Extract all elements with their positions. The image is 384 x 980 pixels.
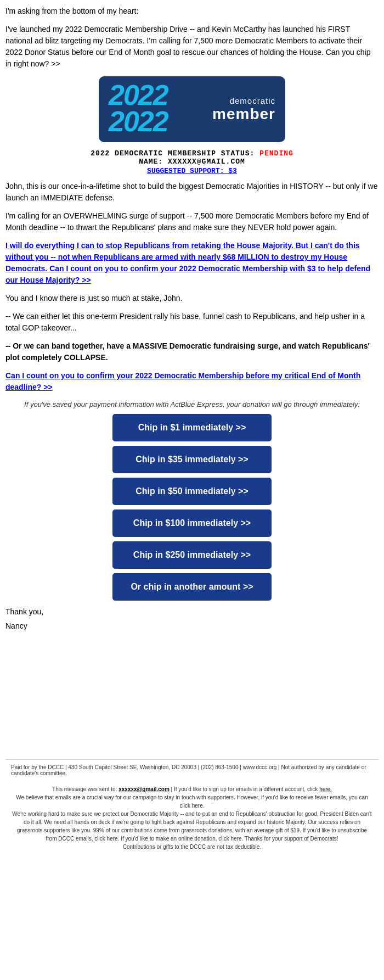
footer-sent-text: This message was sent to:	[52, 786, 117, 792]
footer-paid: Paid for by the DCCC | 430 South Capitol…	[5, 759, 379, 781]
footer-line2: We believe that emails are a crucial way…	[11, 793, 373, 810]
footer-email-link[interactable]: xxxxxx@gmail.com	[118, 786, 170, 792]
donate-btn-1[interactable]: Chip in $1 immediately >>	[112, 414, 272, 441]
main-cta-link1[interactable]: I will do everything I can to stop Repub…	[5, 241, 370, 284]
donate-btn-100[interactable]: Chip in $100 immediately >>	[112, 509, 272, 537]
name-label: NAME:	[139, 158, 163, 166]
donate-btn-other[interactable]: Or chip in another amount >>	[112, 573, 272, 601]
para2-text: John, this is our once-in-a-lifetime sho…	[5, 181, 379, 204]
para6-bold: -- Or we can band together, have a MASSI…	[5, 341, 370, 362]
donate-btn-250[interactable]: Chip in $250 immediately >>	[112, 541, 272, 569]
donation-section: If you've saved your payment information…	[5, 400, 379, 601]
status-block: 2022 DEMOCRATIC MEMBERSHIP STATUS: PENDI…	[5, 149, 379, 175]
footer-bottom: This message was sent to: xxxxxx@gmail.c…	[5, 781, 379, 856]
actblue-note: If you've saved your payment information…	[5, 400, 379, 410]
closing1: Thank you,	[5, 606, 379, 618]
footer-signup-here-link[interactable]: here.	[319, 786, 332, 792]
para1-text: I've launched my 2022 Democratic Members…	[5, 24, 379, 70]
status-pending-value: PENDING	[259, 149, 293, 158]
badge-year-bottom: 2022	[109, 107, 168, 136]
badge-block: 2022 2022 democratic member	[5, 76, 379, 144]
footer-tax: Contributions or gifts to the DCCC are n…	[11, 843, 373, 851]
status-label: 2022 DEMOCRATIC MEMBERSHIP STATUS:	[91, 149, 255, 158]
footer-sent-line: This message was sent to: xxxxxx@gmail.c…	[11, 785, 373, 793]
status-line: 2022 DEMOCRATIC MEMBERSHIP STATUS: PENDI…	[5, 149, 379, 158]
white-space	[5, 639, 379, 748]
closing2: Nancy	[5, 620, 379, 632]
footer-signup-label: If you'd like to sign up for emails in a…	[174, 786, 318, 792]
para4-text: You and I know there is just so much at …	[5, 293, 379, 304]
badge-democratic-label: democratic	[212, 96, 275, 105]
para6-text: -- Or we can band together, have a MASSI…	[5, 340, 379, 363]
link2-paragraph[interactable]: Can I count on you to confirm your 2022 …	[5, 370, 379, 393]
suggested-line[interactable]: SUGGESTED SUPPORT: $3	[5, 166, 379, 175]
intro-text: I'm asking from the bottom of my heart:	[5, 5, 379, 17]
donate-btn-50[interactable]: Chip in $50 immediately >>	[112, 478, 272, 505]
badge-member-label: member	[212, 105, 275, 123]
badge-right-text: democratic member	[212, 96, 275, 123]
donate-btn-35[interactable]: Chip in $35 immediately >>	[112, 446, 272, 473]
para3-text: I'm calling for an OVERWHELMING surge of…	[5, 210, 379, 233]
link1-paragraph[interactable]: I will do everything I can to stop Repub…	[5, 240, 379, 286]
para5-text: -- We can either let this one-term Presi…	[5, 311, 379, 334]
footer-line3: We're working hard to make sure we prote…	[11, 810, 373, 843]
main-cta-link2[interactable]: Can I count on you to confirm your 2022 …	[5, 371, 360, 391]
suggested-support-link[interactable]: SUGGESTED SUPPORT: $3	[147, 167, 237, 175]
name-line: NAME: XXXXXX@GMAIL.COM	[5, 158, 379, 166]
membership-badge: 2022 2022 democratic member	[99, 76, 285, 142]
name-email: XXXXXX@GMAIL.COM	[168, 158, 245, 166]
